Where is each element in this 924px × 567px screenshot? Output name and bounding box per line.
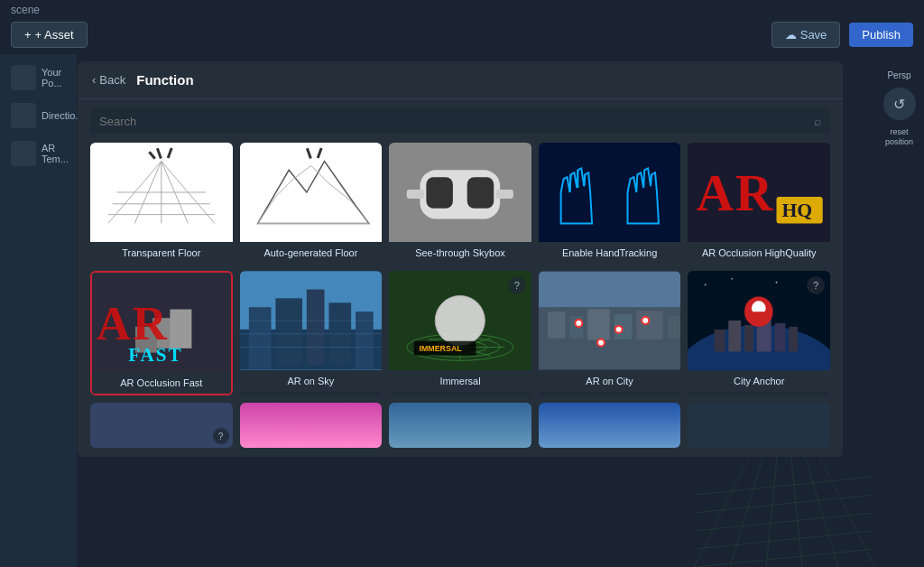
sidebar-item-icon-yourpo bbox=[11, 65, 36, 90]
ar-city-svg bbox=[539, 271, 681, 370]
svg-rect-38 bbox=[467, 177, 494, 208]
transparent-floor-svg bbox=[90, 143, 233, 242]
card-label-handtracking: Enable HandTracking bbox=[539, 242, 681, 264]
card-image-skybox bbox=[389, 143, 531, 242]
svg-rect-105 bbox=[775, 323, 786, 352]
svg-line-44 bbox=[584, 174, 585, 186]
ar-sky-svg bbox=[240, 271, 383, 370]
card-ar-city[interactable]: AR on City bbox=[539, 271, 681, 395]
persp-label: Persp bbox=[887, 70, 910, 80]
card-label-autogen-floor: Auto-generated Floor bbox=[240, 242, 383, 264]
back-arrow-icon: ‹ bbox=[92, 73, 96, 87]
publish-button[interactable]: Publish bbox=[849, 23, 913, 47]
back-button[interactable]: ‹ Back bbox=[92, 73, 125, 87]
modal-title: Function bbox=[136, 72, 193, 88]
svg-text:FAST: FAST bbox=[128, 344, 182, 366]
reset-position-label: reset position bbox=[874, 127, 924, 147]
card-handtracking[interactable]: Enable HandTracking bbox=[539, 143, 681, 264]
search-bar: ⌕ bbox=[90, 108, 830, 134]
sidebar-item-artem[interactable]: AR Tem... bbox=[5, 137, 71, 170]
svg-rect-40 bbox=[495, 190, 513, 199]
partial-card-1-help[interactable]: ? bbox=[213, 428, 229, 444]
svg-rect-82 bbox=[587, 309, 610, 339]
card-image-ar-city bbox=[539, 271, 681, 370]
svg-rect-41 bbox=[539, 144, 681, 241]
modal-header: ‹ Back Function bbox=[78, 61, 843, 99]
svg-line-13 bbox=[694, 477, 874, 495]
plus-icon: + bbox=[24, 28, 32, 42]
partial-cards-row3: ? bbox=[78, 403, 843, 448]
autogen-floor-svg bbox=[240, 143, 383, 242]
partial-card-4[interactable] bbox=[539, 403, 681, 448]
card-immersal[interactable]: ? bbox=[389, 271, 531, 395]
immersal-help-icon[interactable]: ? bbox=[508, 276, 526, 294]
cards-grid-row1: Transparent Floor Auto-generated Floor bbox=[78, 143, 843, 264]
card-label-skybox: See-through Skybox bbox=[389, 242, 531, 264]
city-anchor-help-icon[interactable]: ? bbox=[807, 276, 825, 294]
svg-point-99 bbox=[776, 282, 778, 284]
svg-point-87 bbox=[576, 321, 581, 326]
svg-rect-101 bbox=[715, 330, 725, 352]
search-icon: ⌕ bbox=[814, 114, 821, 128]
partial-card-3[interactable] bbox=[389, 403, 531, 448]
svg-line-42 bbox=[569, 174, 570, 192]
partial-card-1[interactable]: ? bbox=[90, 403, 233, 448]
cards-grid-row2: AR FAST AR Occlusion Fast bbox=[78, 271, 843, 395]
sidebar-item-icon-artem bbox=[11, 141, 36, 166]
svg-rect-106 bbox=[790, 327, 799, 352]
skybox-svg bbox=[389, 143, 531, 242]
occlusion-hq-svg: AR HQ bbox=[688, 143, 830, 242]
scene-label: scene bbox=[11, 4, 40, 16]
svg-text:HQ: HQ bbox=[782, 200, 813, 221]
svg-rect-85 bbox=[668, 316, 681, 339]
sidebar-item-icon-directio bbox=[11, 103, 36, 128]
reset-position-button[interactable]: ↺ bbox=[883, 88, 916, 120]
handtracking-svg bbox=[539, 143, 681, 242]
card-label-ar-city: AR on City bbox=[539, 370, 681, 392]
card-image-immersal: ? bbox=[389, 271, 531, 370]
card-transparent-floor[interactable]: Transparent Floor bbox=[90, 143, 233, 264]
card-image-occlusion-fast: AR FAST bbox=[92, 273, 231, 372]
card-occlusion-hq[interactable]: AR HQ AR Occlusion HighQuality bbox=[688, 143, 830, 264]
card-label-city-anchor: City Anchor bbox=[688, 370, 830, 392]
right-sidebar: Persp ↺ reset position bbox=[874, 0, 924, 567]
card-see-through-skybox[interactable]: See-through Skybox bbox=[389, 143, 531, 264]
svg-rect-94 bbox=[539, 272, 681, 307]
svg-line-14 bbox=[694, 495, 874, 513]
svg-rect-102 bbox=[729, 321, 742, 351]
svg-rect-80 bbox=[548, 311, 566, 339]
card-label-immersal: Immersal bbox=[389, 370, 531, 392]
function-modal: ‹ Back Function ⌕ bbox=[78, 61, 843, 457]
card-autogen-floor[interactable]: Auto-generated Floor bbox=[240, 143, 383, 264]
svg-line-16 bbox=[694, 531, 874, 549]
partial-card-5[interactable] bbox=[688, 403, 830, 448]
sidebar-item-yourpo[interactable]: Your Po... bbox=[5, 61, 71, 94]
card-image-transparent-floor bbox=[90, 143, 233, 242]
save-button[interactable]: ☁ Save bbox=[772, 22, 841, 48]
card-label-ar-sky: AR on Sky bbox=[240, 370, 383, 392]
card-image-city-anchor: ? bbox=[688, 271, 830, 370]
svg-rect-60 bbox=[306, 290, 324, 366]
card-label-occlusion-fast: AR Occlusion Fast bbox=[92, 372, 231, 394]
svg-rect-59 bbox=[275, 298, 302, 365]
occlusion-fast-svg: AR FAST bbox=[92, 273, 231, 372]
svg-point-89 bbox=[615, 327, 621, 332]
svg-point-98 bbox=[732, 278, 734, 280]
sidebar-item-label-yourpo: Your Po... bbox=[42, 67, 66, 88]
svg-point-97 bbox=[705, 284, 707, 286]
svg-text:AR: AR bbox=[97, 297, 169, 349]
svg-rect-58 bbox=[248, 307, 271, 369]
svg-rect-84 bbox=[636, 311, 663, 339]
asset-button[interactable]: + + Asset bbox=[11, 22, 88, 48]
left-sidebar: Your Po... Directio... AR Tem... bbox=[0, 54, 77, 567]
svg-rect-37 bbox=[427, 177, 454, 208]
search-input[interactable] bbox=[99, 115, 814, 128]
card-ar-sky[interactable]: AR on Sky bbox=[240, 271, 383, 395]
svg-rect-62 bbox=[356, 311, 374, 369]
partial-card-2[interactable] bbox=[240, 403, 383, 448]
svg-text:IMMERSAL: IMMERSAL bbox=[420, 344, 463, 353]
card-city-anchor[interactable]: ? bbox=[688, 271, 830, 395]
card-label-occlusion-hq: AR Occlusion HighQuality bbox=[688, 242, 830, 264]
card-occlusion-fast[interactable]: AR FAST AR Occlusion Fast bbox=[90, 271, 233, 395]
sidebar-item-directio[interactable]: Directio... bbox=[5, 99, 71, 132]
